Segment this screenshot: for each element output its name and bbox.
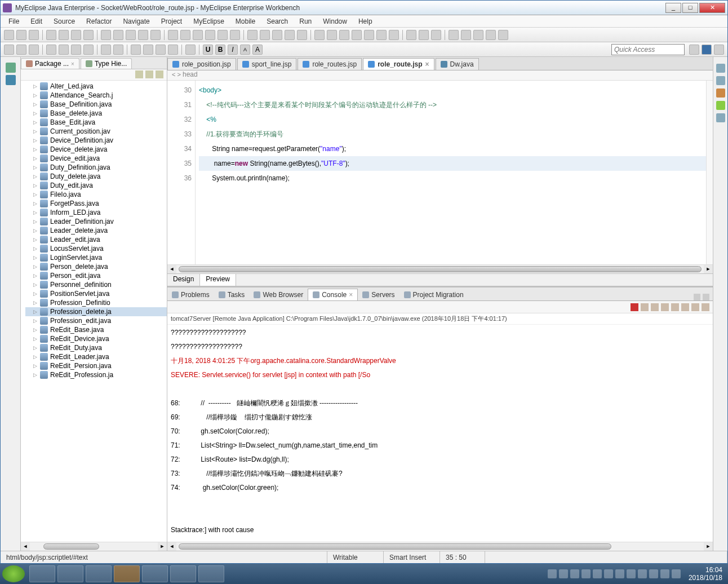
tree-item[interactable]: ▷ReEdit_Persion.java (25, 361, 167, 370)
taskbar-clock[interactable]: 16:04 2018/10/18 (685, 566, 726, 582)
tb2-2[interactable] (16, 45, 26, 55)
menu-edit[interactable]: Edit (25, 16, 48, 26)
system-tray[interactable] (548, 569, 685, 578)
tb-24[interactable] (314, 30, 325, 40)
tb-runext[interactable] (431, 30, 441, 40)
tree-item[interactable]: ▷Leader_Definition.jav (25, 217, 167, 226)
quick-access-input[interactable] (611, 44, 685, 55)
tree-item[interactable]: ▷Current_position.jav (25, 127, 167, 136)
tb-13[interactable] (168, 30, 178, 40)
bottom-tab-project-migration[interactable]: Project Migration (399, 289, 468, 300)
tb-saveall[interactable] (29, 30, 39, 40)
tb2-bold[interactable]: U (203, 45, 213, 55)
right-icon-5[interactable] (716, 113, 725, 122)
tb-16[interactable] (205, 30, 215, 40)
tb2-13[interactable] (168, 45, 178, 55)
menu-run[interactable]: Run (294, 16, 317, 26)
tb-36[interactable] (473, 30, 483, 40)
task-firefox[interactable] (114, 565, 140, 582)
tb2-11[interactable] (143, 45, 153, 55)
tb-25[interactable] (327, 30, 337, 40)
tb-28[interactable] (364, 30, 374, 40)
scroll-lock-icon[interactable] (671, 303, 679, 311)
tb2-b[interactable]: B (215, 45, 225, 55)
tb-34[interactable] (449, 30, 459, 40)
tb2-i[interactable]: I (228, 45, 238, 55)
tree-item[interactable]: ▷Leader_delete.java (25, 226, 167, 235)
tb-37[interactable] (486, 30, 496, 40)
tb2-1[interactable] (4, 45, 14, 55)
tb-run[interactable] (419, 30, 429, 40)
tree-item[interactable]: ▷Person_delete.java (25, 262, 167, 271)
editor-breadcrumb[interactable]: < > head (167, 70, 713, 81)
tab-preview[interactable]: Preview (200, 274, 236, 286)
bottom-tab-servers[interactable]: Servers (358, 289, 399, 300)
persp-2[interactable] (702, 45, 712, 55)
tree-item[interactable]: ▷ReEdit_Base.java (25, 325, 167, 334)
task-explorer[interactable] (142, 565, 168, 582)
tb-27[interactable] (352, 30, 362, 40)
right-icon-1[interactable] (716, 64, 725, 73)
tree-item[interactable]: ▷Inform_LED.java (25, 208, 167, 217)
tree-item[interactable]: ▷PositionServlet.java (25, 289, 167, 298)
clear-console-icon[interactable] (661, 303, 669, 311)
tree-item[interactable]: ▷Alter_Led.java (25, 82, 167, 91)
link-editor-icon[interactable] (145, 70, 153, 78)
task-1[interactable] (29, 565, 55, 582)
tb2-small[interactable]: A (240, 45, 250, 55)
tree-item[interactable]: ▷Device_delete.java (25, 145, 167, 154)
tb2-14[interactable] (185, 45, 196, 55)
menu-source[interactable]: Source (48, 16, 81, 26)
tree-item[interactable]: ▷Person_edit.java (25, 271, 167, 280)
max-icon[interactable] (703, 294, 709, 300)
tab-package-explorer[interactable]: Package ...× (21, 58, 79, 69)
task-2[interactable] (57, 565, 83, 582)
minimize-button[interactable]: _ (665, 3, 681, 13)
tb-7[interactable] (83, 30, 94, 40)
tree-item[interactable]: ▷ReEdit_Duty.java (25, 343, 167, 352)
right-icon-3[interactable] (716, 89, 725, 98)
task-7[interactable] (198, 565, 224, 582)
left-icon-2[interactable] (6, 75, 16, 85)
tb-17[interactable] (217, 30, 228, 40)
view-menu-icon[interactable] (156, 70, 163, 78)
editor-tab[interactable]: role_position.jsp (167, 58, 236, 70)
bottom-tab-problems[interactable]: Problems (167, 289, 214, 300)
console-output[interactable]: ???????????????????????????????????????十… (167, 325, 713, 542)
editor-tab[interactable]: Dw.java (436, 58, 479, 70)
menu-window[interactable]: Window (317, 16, 353, 26)
tb-6[interactable] (71, 30, 81, 40)
tb-19[interactable] (247, 30, 258, 40)
tree-item[interactable]: ▷Duty_edit.java (25, 181, 167, 190)
right-icon-4[interactable] (716, 101, 725, 110)
tb-29[interactable] (376, 30, 387, 40)
tb-22[interactable] (285, 30, 295, 40)
package-tree[interactable]: ▷Alter_Led.java▷Attendance_Search.j▷Base… (21, 81, 167, 542)
tree-item[interactable]: ▷Base_Edit.java (25, 118, 167, 127)
menu-search[interactable]: Search (261, 16, 294, 26)
close-icon[interactable]: × (425, 60, 429, 68)
menu-mobile[interactable]: Mobile (230, 16, 261, 26)
tb2-5[interactable] (59, 45, 69, 55)
tb2-3[interactable] (29, 45, 39, 55)
line-gutter[interactable]: 30313233343536 (167, 81, 196, 264)
task-6[interactable] (170, 565, 196, 582)
overview-ruler[interactable] (706, 81, 713, 264)
tb2-7[interactable] (83, 45, 94, 55)
open-console-icon[interactable] (702, 303, 709, 311)
menu-navigate[interactable]: Navigate (117, 16, 155, 26)
tab-type-hierarchy[interactable]: Type Hie... (81, 58, 132, 69)
tree-item[interactable]: ▷Device_edit.java (25, 154, 167, 163)
editor-tab[interactable]: role_route.jsp× (363, 58, 434, 70)
tree-item[interactable]: ▷ForgetPass.java (25, 199, 167, 208)
tb-26[interactable] (339, 30, 349, 40)
tree-item[interactable]: ▷LoginServlet.java (25, 253, 167, 262)
tree-item[interactable]: ▷Device_Definition.jav (25, 136, 167, 145)
terminate-button[interactable] (631, 303, 638, 311)
tb-11[interactable] (138, 30, 148, 40)
left-icon-1[interactable] (6, 63, 16, 73)
tb-save[interactable] (16, 30, 26, 40)
tb2-12[interactable] (156, 45, 166, 55)
tb-23[interactable] (297, 30, 307, 40)
menu-refactor[interactable]: Refactor (81, 16, 117, 26)
